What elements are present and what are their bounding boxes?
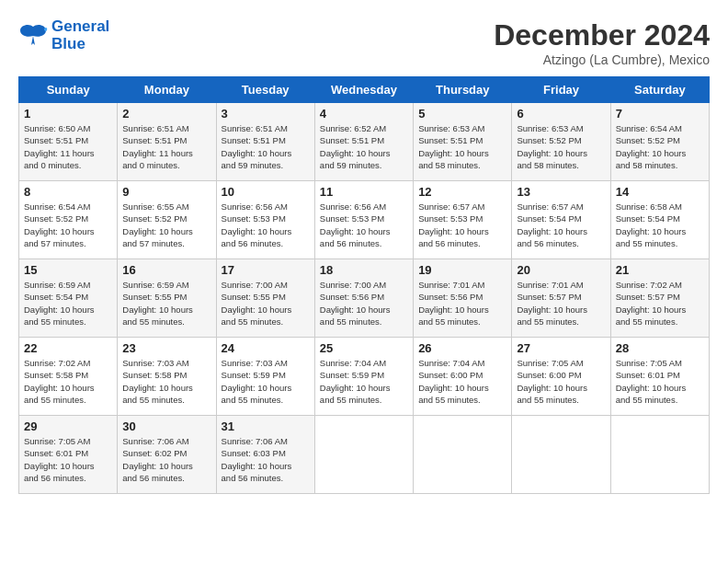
day-info: Sunrise: 6:56 AMSunset: 5:53 PMDaylight:… (320, 201, 408, 249)
day-cell: 24Sunrise: 7:03 AMSunset: 5:59 PMDayligh… (216, 338, 314, 416)
day-number: 18 (320, 263, 408, 277)
day-cell (414, 416, 512, 494)
day-cell: 17Sunrise: 7:00 AMSunset: 5:55 PMDayligh… (216, 259, 314, 338)
day-number: 16 (122, 263, 210, 277)
week-row-2: 8Sunrise: 6:54 AMSunset: 5:52 PMDaylight… (19, 181, 710, 259)
day-cell: 9Sunrise: 6:55 AMSunset: 5:52 PMDaylight… (118, 181, 216, 259)
day-number: 30 (122, 419, 210, 433)
day-info: Sunrise: 7:02 AMSunset: 5:58 PMDaylight:… (24, 357, 112, 406)
day-info: Sunrise: 6:58 AMSunset: 5:54 PMDaylight:… (616, 201, 704, 249)
day-info: Sunrise: 7:04 AMSunset: 6:00 PMDaylight:… (418, 357, 506, 406)
day-cell: 21Sunrise: 7:02 AMSunset: 5:57 PMDayligh… (610, 259, 709, 338)
day-number: 13 (517, 185, 605, 199)
day-number: 1 (24, 107, 112, 121)
day-number: 26 (418, 341, 506, 355)
day-number: 3 (222, 107, 310, 121)
day-cell: 27Sunrise: 7:05 AMSunset: 6:00 PMDayligh… (512, 338, 610, 416)
day-number: 25 (320, 341, 408, 355)
day-number: 9 (122, 185, 210, 199)
day-info: Sunrise: 7:01 AMSunset: 5:57 PMDaylight:… (517, 279, 605, 327)
day-number: 27 (517, 341, 605, 355)
day-info: Sunrise: 7:06 AMSunset: 6:02 PMDaylight:… (122, 435, 210, 484)
logo-icon (18, 23, 48, 49)
day-number: 7 (616, 107, 704, 121)
day-number: 29 (24, 419, 112, 433)
day-number: 21 (616, 263, 704, 277)
day-number: 10 (222, 185, 310, 199)
day-info: Sunrise: 6:50 AMSunset: 5:51 PMDaylight:… (24, 122, 112, 171)
header-cell-saturday: Saturday (610, 77, 709, 103)
week-row-4: 22Sunrise: 7:02 AMSunset: 5:58 PMDayligh… (19, 338, 710, 416)
page-header: General Blue December 2024 Atzingo (La C… (18, 18, 710, 67)
day-cell: 3Sunrise: 6:51 AMSunset: 5:51 PMDaylight… (216, 103, 314, 181)
logo-text: General Blue (51, 18, 109, 52)
day-info: Sunrise: 6:54 AMSunset: 5:52 PMDaylight:… (24, 201, 112, 249)
week-row-1: 1Sunrise: 6:50 AMSunset: 5:51 PMDaylight… (19, 103, 710, 181)
header-cell-thursday: Thursday (414, 77, 512, 103)
day-info: Sunrise: 6:59 AMSunset: 5:55 PMDaylight:… (122, 279, 210, 327)
day-info: Sunrise: 6:52 AMSunset: 5:51 PMDaylight:… (320, 122, 408, 171)
day-info: Sunrise: 6:54 AMSunset: 5:52 PMDaylight:… (616, 122, 704, 171)
day-cell: 11Sunrise: 6:56 AMSunset: 5:53 PMDayligh… (314, 181, 413, 259)
day-number: 19 (418, 263, 506, 277)
day-info: Sunrise: 7:05 AMSunset: 6:01 PMDaylight:… (616, 357, 704, 406)
week-row-5: 29Sunrise: 7:05 AMSunset: 6:01 PMDayligh… (19, 416, 710, 494)
day-cell: 30Sunrise: 7:06 AMSunset: 6:02 PMDayligh… (118, 416, 216, 494)
day-info: Sunrise: 7:04 AMSunset: 5:59 PMDaylight:… (320, 357, 408, 406)
day-cell: 23Sunrise: 7:03 AMSunset: 5:58 PMDayligh… (118, 338, 216, 416)
day-cell: 13Sunrise: 6:57 AMSunset: 5:54 PMDayligh… (512, 181, 610, 259)
day-cell: 4Sunrise: 6:52 AMSunset: 5:51 PMDaylight… (314, 103, 413, 181)
day-number: 6 (517, 107, 605, 121)
day-info: Sunrise: 7:00 AMSunset: 5:55 PMDaylight:… (222, 279, 310, 327)
day-cell: 19Sunrise: 7:01 AMSunset: 5:56 PMDayligh… (414, 259, 512, 338)
day-cell: 10Sunrise: 6:56 AMSunset: 5:53 PMDayligh… (216, 181, 314, 259)
day-cell: 20Sunrise: 7:01 AMSunset: 5:57 PMDayligh… (512, 259, 610, 338)
day-info: Sunrise: 6:56 AMSunset: 5:53 PMDaylight:… (222, 201, 310, 249)
day-cell (314, 416, 413, 494)
day-cell: 29Sunrise: 7:05 AMSunset: 6:01 PMDayligh… (19, 416, 118, 494)
title-block: December 2024 Atzingo (La Cumbre), Mexic… (494, 18, 710, 67)
day-cell: 5Sunrise: 6:53 AMSunset: 5:51 PMDaylight… (414, 103, 512, 181)
day-cell: 14Sunrise: 6:58 AMSunset: 5:54 PMDayligh… (610, 181, 709, 259)
day-number: 5 (418, 107, 506, 121)
location: Atzingo (La Cumbre), Mexico (494, 52, 710, 67)
day-number: 15 (24, 263, 112, 277)
day-cell: 18Sunrise: 7:00 AMSunset: 5:56 PMDayligh… (314, 259, 413, 338)
day-number: 31 (222, 419, 310, 433)
day-cell: 15Sunrise: 6:59 AMSunset: 5:54 PMDayligh… (19, 259, 118, 338)
header-row: SundayMondayTuesdayWednesdayThursdayFrid… (19, 77, 710, 103)
day-info: Sunrise: 6:57 AMSunset: 5:54 PMDaylight:… (517, 201, 605, 249)
header-cell-tuesday: Tuesday (216, 77, 314, 103)
day-info: Sunrise: 6:59 AMSunset: 5:54 PMDaylight:… (24, 279, 112, 327)
day-info: Sunrise: 6:51 AMSunset: 5:51 PMDaylight:… (222, 122, 310, 171)
day-cell (610, 416, 709, 494)
day-info: Sunrise: 7:01 AMSunset: 5:56 PMDaylight:… (418, 279, 506, 327)
day-info: Sunrise: 7:03 AMSunset: 5:58 PMDaylight:… (122, 357, 210, 406)
day-number: 4 (320, 107, 408, 121)
header-cell-wednesday: Wednesday (314, 77, 413, 103)
logo: General Blue (18, 18, 109, 52)
day-info: Sunrise: 6:51 AMSunset: 5:51 PMDaylight:… (122, 122, 210, 171)
calendar-header: SundayMondayTuesdayWednesdayThursdayFrid… (19, 77, 710, 103)
day-number: 8 (24, 185, 112, 199)
day-cell: 25Sunrise: 7:04 AMSunset: 5:59 PMDayligh… (314, 338, 413, 416)
day-number: 24 (222, 341, 310, 355)
month-title: December 2024 (494, 18, 710, 52)
day-cell: 12Sunrise: 6:57 AMSunset: 5:53 PMDayligh… (414, 181, 512, 259)
day-cell: 8Sunrise: 6:54 AMSunset: 5:52 PMDaylight… (19, 181, 118, 259)
day-number: 2 (122, 107, 210, 121)
day-info: Sunrise: 6:55 AMSunset: 5:52 PMDaylight:… (122, 201, 210, 249)
day-cell: 16Sunrise: 6:59 AMSunset: 5:55 PMDayligh… (118, 259, 216, 338)
day-number: 20 (517, 263, 605, 277)
day-info: Sunrise: 6:53 AMSunset: 5:52 PMDaylight:… (517, 122, 605, 171)
header-cell-monday: Monday (118, 77, 216, 103)
day-info: Sunrise: 7:06 AMSunset: 6:03 PMDaylight:… (222, 435, 310, 484)
day-number: 23 (122, 341, 210, 355)
calendar-table: SundayMondayTuesdayWednesdayThursdayFrid… (18, 76, 710, 494)
day-info: Sunrise: 6:57 AMSunset: 5:53 PMDaylight:… (418, 201, 506, 249)
day-number: 22 (24, 341, 112, 355)
day-cell: 6Sunrise: 6:53 AMSunset: 5:52 PMDaylight… (512, 103, 610, 181)
day-cell: 26Sunrise: 7:04 AMSunset: 6:00 PMDayligh… (414, 338, 512, 416)
day-number: 11 (320, 185, 408, 199)
day-number: 12 (418, 185, 506, 199)
